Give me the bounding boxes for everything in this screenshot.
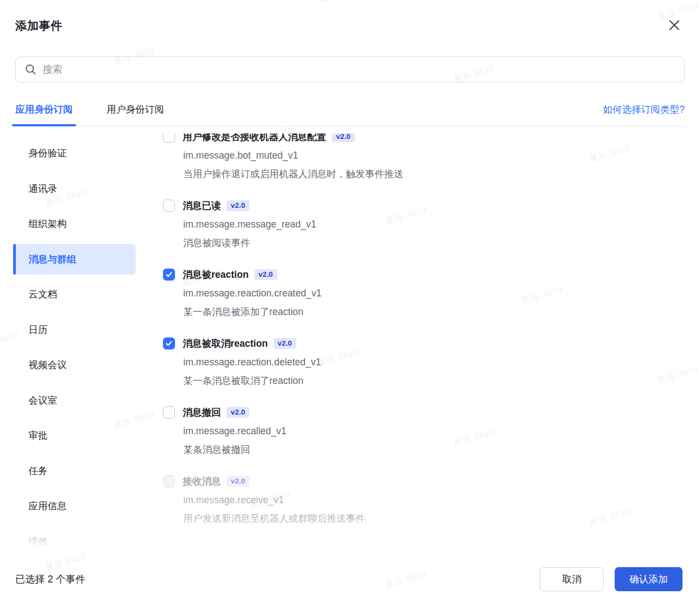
event-checkbox[interactable] [163, 200, 175, 212]
event-item: 接收消息 v2.0 im.message.receive_v1 用户发送新消息至… [163, 472, 700, 528]
event-desc: 某一条消息被取消了reaction [183, 371, 700, 390]
event-list: 用户修改是否接收机器人消息配置 v2.0 im.message.bot_mute… [163, 133, 700, 551]
event-title: 消息撤回 [183, 406, 221, 419]
sidebar-item[interactable]: 消息与群组 [13, 244, 136, 275]
sidebar-item[interactable]: 审批 [13, 420, 136, 451]
event-checkbox[interactable] [163, 133, 175, 143]
sidebar-item[interactable]: 应用信息 [13, 491, 136, 521]
event-desc: 某条消息被撤回 [183, 440, 700, 459]
tab-app-identity-subscription[interactable]: 应用身份订阅 [15, 93, 73, 126]
sidebar-item-label: 视频会议 [28, 358, 67, 371]
sidebar-item-label: 审批 [28, 429, 48, 442]
sidebar-item-label: 日历 [28, 323, 48, 336]
sidebar-item-label: 会议室 [28, 394, 57, 407]
check-icon [165, 340, 173, 347]
sidebar-item-label: 消息与群组 [28, 253, 77, 266]
sidebar-item[interactable]: 通讯录 [13, 173, 136, 204]
event-item: 消息撤回 v2.0 im.message.recalled_v1 某条消息被撤回 [163, 403, 700, 459]
sidebar-item-label: 通讯录 [28, 182, 57, 195]
event-item: 消息已读 v2.0 im.message.message_read_v1 消息被… [163, 196, 700, 252]
version-badge: v2.0 [226, 407, 249, 418]
selected-count: 已选择 2 个事件 [15, 573, 85, 586]
event-title: 用户修改是否接收机器人消息配置 [183, 133, 326, 143]
event-checkbox[interactable] [163, 337, 175, 349]
dialog-footer: 已选择 2 个事件 取消 确认添加 [0, 551, 700, 611]
event-desc: 消息被阅读事件 [183, 234, 700, 252]
footer-buttons: 取消 确认添加 [540, 567, 682, 591]
version-badge: v2.0 [332, 133, 355, 142]
event-title: 接收消息 [183, 475, 221, 488]
event-item: 用户修改是否接收机器人消息配置 v2.0 im.message.bot_mute… [163, 133, 700, 183]
dialog-header: 添加事件 [0, 0, 700, 33]
sidebar-item-label: 组织架构 [28, 217, 67, 230]
event-code: im.message.reaction.deleted_v1 [183, 353, 700, 371]
sidebar-item[interactable]: 云文档 [13, 279, 136, 310]
version-badge: v2.0 [226, 200, 249, 211]
event-code: im.message.reaction.created_v1 [183, 284, 700, 302]
tabs-bar: 应用身份订阅 用户身份订阅 如何选择订阅类型? [15, 93, 685, 126]
sidebar-item-label: 应用信息 [28, 499, 67, 512]
event-code: im.message.bot_muted_v1 [183, 146, 700, 165]
subscription-help-link[interactable]: 如何选择订阅类型? [603, 103, 685, 116]
sidebar-item[interactable]: 日历 [13, 314, 136, 345]
event-desc: 某一条消息被添加了reaction [183, 302, 700, 321]
sidebar-item[interactable]: 视频会议 [13, 349, 136, 380]
search-input[interactable] [43, 64, 675, 75]
event-checkbox[interactable] [163, 406, 175, 418]
close-icon[interactable] [666, 17, 682, 33]
sidebar-item[interactable]: 身份验证 [13, 138, 136, 168]
event-checkbox [163, 475, 175, 487]
version-badge: v2.0 [226, 476, 249, 487]
dialog-body: 身份验证 通讯录 组织架构 消息与群组 云文档 日历 视频会议 会议室 审批 任… [0, 126, 700, 551]
event-item: 消息被取消reaction v2.0 im.message.reaction.d… [163, 334, 700, 390]
version-badge: v2.0 [254, 269, 277, 280]
confirm-add-button[interactable]: 确认添加 [615, 567, 682, 591]
sidebar-item-label: 绩效 [28, 535, 48, 548]
sidebar-item[interactable]: 会议室 [13, 385, 136, 416]
event-title: 消息已读 [183, 199, 221, 212]
event-checkbox[interactable] [163, 269, 175, 281]
tab-user-identity-subscription[interactable]: 用户身份订阅 [107, 93, 164, 126]
add-event-dialog: 添加事件 应用身份订阅 用户身份订阅 如何选择订阅类型? 身份验证 通讯录 组织… [0, 0, 700, 612]
sidebar-item[interactable]: 绩效 [13, 526, 136, 551]
event-code: im.message.message_read_v1 [183, 215, 700, 234]
event-title: 消息被取消reaction [183, 337, 268, 350]
sidebar-item[interactable]: 任务 [13, 456, 136, 486]
sidebar-item-label: 云文档 [28, 288, 57, 301]
version-badge: v2.0 [273, 338, 296, 349]
category-sidebar: 身份验证 通讯录 组织架构 消息与群组 云文档 日历 视频会议 会议室 审批 任… [13, 126, 136, 551]
event-desc: 当用户操作退订或启用机器人消息时，触发事件推送 [183, 165, 700, 183]
search-icon [25, 63, 37, 75]
sidebar-item[interactable]: 组织架构 [13, 208, 136, 239]
event-item: 消息被reaction v2.0 im.message.reaction.cre… [163, 265, 700, 321]
search-box [15, 56, 685, 83]
event-code: im.message.receive_v1 [183, 491, 700, 509]
check-icon [165, 271, 173, 278]
event-title: 消息被reaction [183, 268, 249, 281]
cancel-button[interactable]: 取消 [540, 567, 604, 591]
page-title: 添加事件 [15, 18, 685, 33]
sidebar-item-label: 身份验证 [28, 147, 67, 160]
event-desc: 用户发送新消息至机器人或群聊后推送事件 [183, 509, 700, 528]
sidebar-item-label: 任务 [28, 464, 48, 477]
event-code: im.message.recalled_v1 [183, 422, 700, 440]
